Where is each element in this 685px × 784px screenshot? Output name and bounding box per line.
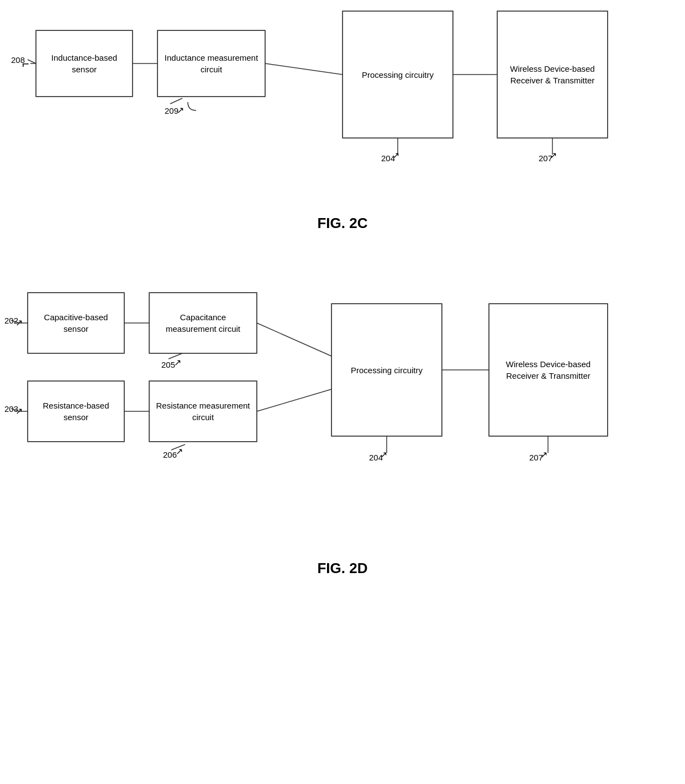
ref-206-arrow: ↗	[176, 446, 183, 457]
ref-207-2d-arrow: ↗	[540, 449, 547, 460]
ref-206: 206	[163, 450, 177, 459]
svg-line-5	[265, 63, 342, 75]
ref-205: 205	[161, 360, 175, 369]
measurement-box-2c: Inductance measurement circuit	[157, 30, 265, 97]
fig-2d-label: FIG. 2D	[0, 554, 685, 594]
ref-209-arrow: ↗	[177, 105, 184, 115]
processing-box-2d: Processing circuitry	[331, 304, 442, 436]
fig-2c-label: FIG. 2C	[0, 209, 685, 248]
ref-203-arrow: ↗	[15, 406, 23, 416]
fig-2c-diagram: Inductance-based sensor Inductance measu…	[0, 0, 685, 254]
processing-box-2c: Processing circuitry	[342, 11, 453, 138]
ref-202-arrow: ↗	[15, 317, 23, 328]
ref-204-2d-arrow: ↗	[380, 449, 387, 460]
svg-line-17	[257, 323, 331, 356]
capacitive-box: Capacitive-based sensor	[28, 293, 124, 353]
sensor-box-2c: Inductance-based sensor	[36, 30, 133, 97]
capacitance-meas-box: Capacitance measurement circuit	[149, 293, 257, 353]
fig-2d-diagram: Capacitive-based sensor Capacitance meas…	[0, 271, 685, 602]
ref-207-2c-arrow: ↗	[550, 150, 557, 161]
ref-204-2c-arrow: ↗	[392, 150, 399, 161]
wireless-box-2d: Wireless Device-based Receiver & Transmi…	[489, 304, 608, 436]
resistance-meas-box: Resistance measurement circuit	[149, 381, 257, 442]
wireless-box-2c: Wireless Device-based Receiver & Transmi…	[497, 11, 608, 138]
ref-208-arrow: ⌐	[22, 57, 29, 71]
ref-205-arrow: ↗	[174, 357, 181, 368]
resistance-box: Resistance-based sensor	[28, 381, 124, 442]
svg-line-19	[257, 389, 331, 411]
page: Inductance-based sensor Inductance measu…	[0, 0, 685, 784]
